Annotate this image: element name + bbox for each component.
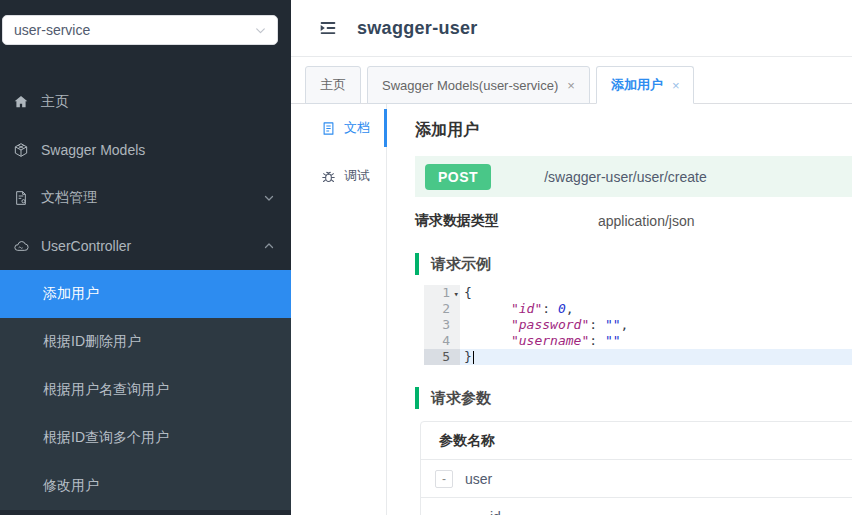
nav-tab-label: 调试: [344, 167, 370, 185]
fold-icon[interactable]: ▾: [454, 286, 459, 302]
table-row: id: [421, 498, 852, 515]
param-name: id: [490, 509, 501, 515]
request-params-title: 请求参数: [415, 387, 852, 409]
sidebar-item-delete-user-by-id[interactable]: 根据ID删除用户: [0, 318, 291, 366]
tab-label: 主页: [320, 76, 346, 94]
sidebar-item-label: 添加用户: [43, 285, 99, 303]
param-name: user: [465, 471, 492, 487]
params-table-header: 参数名称: [421, 422, 852, 460]
sidebar-item-label: 根据ID查询多个用户: [43, 429, 169, 447]
sidebar-item-label: 修改用户: [43, 477, 99, 495]
chevron-up-icon: [263, 240, 275, 252]
models-icon: [13, 142, 29, 158]
line-number: 3: [424, 317, 460, 333]
tab-add-user[interactable]: 添加用户×: [596, 66, 695, 104]
params-table-body: -userid: [421, 460, 852, 515]
nav-tab-label: 文档: [344, 119, 370, 137]
sidebar-item-swagger-models[interactable]: Swagger Models: [0, 126, 291, 174]
content-type-row: 请求数据类型 application/json: [415, 211, 852, 231]
document-icon: [321, 121, 336, 136]
main-area: swagger-user 主页Swagger Models(user-servi…: [291, 0, 852, 515]
code-text: "password": "",: [460, 317, 852, 333]
service-select[interactable]: user-service: [2, 15, 278, 45]
close-icon[interactable]: ×: [672, 79, 680, 92]
header: swagger-user: [291, 0, 852, 57]
code-line: 4 "username": "": [424, 333, 852, 349]
line-number: 1▾: [424, 285, 460, 301]
request-example-title: 请求示例: [415, 253, 852, 275]
sidebar-item-query-users-by-ids[interactable]: 根据ID查询多个用户: [0, 414, 291, 462]
bug-icon: [321, 169, 336, 184]
sidebar-item-query-user-by-name[interactable]: 根据用户名查询用户: [0, 366, 291, 414]
code-line: 5}: [424, 349, 852, 365]
app: user-service 主页Swagger Models文档管理UserCon…: [0, 0, 852, 515]
code-text: {: [460, 285, 852, 301]
sidebar-item-label: 文档管理: [41, 189, 263, 207]
sidebar-item-label: 根据用户名查询用户: [43, 381, 169, 399]
code-text: }: [460, 349, 852, 365]
sidebar-item-user-controller[interactable]: UserController: [0, 222, 291, 270]
collapse-row-button[interactable]: -: [435, 470, 453, 488]
sidebar-submenu: 添加用户根据ID删除用户根据用户名查询用户根据ID查询多个用户修改用户: [0, 270, 291, 510]
doc-debug-nav: 文档调试: [291, 104, 387, 515]
sidebar-menu: 主页Swagger Models文档管理UserController: [0, 78, 291, 270]
chevron-down-icon: [263, 192, 275, 204]
sidebar-item-doc-manage[interactable]: 文档管理: [0, 174, 291, 222]
content-area: 文档调试 添加用户 POST /swagger-user/user/create…: [291, 104, 852, 515]
text-cursor: [473, 351, 474, 364]
method-bar: POST /swagger-user/user/create: [415, 156, 852, 197]
code-text: "id": 0,: [460, 301, 852, 317]
table-row: -user: [421, 460, 852, 498]
code-text: "username": "": [460, 333, 852, 349]
tab-bar: 主页Swagger Models(user-service)×添加用户×: [291, 57, 852, 104]
content-type-value: application/json: [598, 213, 695, 229]
method-badge: POST: [425, 164, 491, 190]
nav-tab-debug[interactable]: 调试: [291, 152, 386, 200]
sidebar-item-label: 根据ID删除用户: [43, 333, 141, 351]
sidebar-item-label: Swagger Models: [41, 142, 275, 158]
column-header: 参数名称: [439, 432, 495, 450]
operation-title: 添加用户: [415, 119, 852, 141]
code-line: 3 "password": "",: [424, 317, 852, 333]
code-editor[interactable]: 1▾{2 "id": 0,3 "password": "",4 "usernam…: [424, 285, 852, 365]
chevron-down-icon: [254, 24, 267, 37]
tab-swagger-models[interactable]: Swagger Models(user-service)×: [367, 66, 590, 104]
page-title: swagger-user: [357, 18, 478, 39]
tab-label: Swagger Models(user-service): [382, 78, 558, 93]
line-number: 5: [424, 349, 460, 365]
tab-label: 添加用户: [611, 76, 663, 94]
nav-tab-doc[interactable]: 文档: [291, 104, 386, 152]
line-number: 2: [424, 301, 460, 317]
doc-panel: 添加用户 POST /swagger-user/user/create 请求数据…: [387, 104, 852, 515]
content-type-label: 请求数据类型: [415, 212, 598, 230]
sidebar-item-update-user[interactable]: 修改用户: [0, 462, 291, 510]
doc-manage-icon: [13, 190, 29, 206]
sidebar-item-home[interactable]: 主页: [0, 78, 291, 126]
api-path: /swagger-user/user/create: [544, 169, 707, 185]
params-table: 参数名称 -userid: [420, 421, 852, 515]
code-line: 1▾{: [424, 285, 852, 301]
sidebar-item-add-user[interactable]: 添加用户: [0, 270, 291, 318]
controller-icon: [13, 238, 29, 254]
home-icon: [13, 94, 29, 110]
close-icon[interactable]: ×: [567, 79, 575, 92]
sidebar-item-label: 主页: [41, 93, 275, 111]
code-line: 2 "id": 0,: [424, 301, 852, 317]
service-select-value: user-service: [14, 22, 254, 38]
sidebar-item-label: UserController: [41, 238, 263, 254]
collapse-sidebar-button[interactable]: [317, 17, 339, 39]
sidebar: user-service 主页Swagger Models文档管理UserCon…: [0, 0, 291, 515]
tab-home[interactable]: 主页: [305, 66, 361, 104]
line-number: 4: [424, 333, 460, 349]
